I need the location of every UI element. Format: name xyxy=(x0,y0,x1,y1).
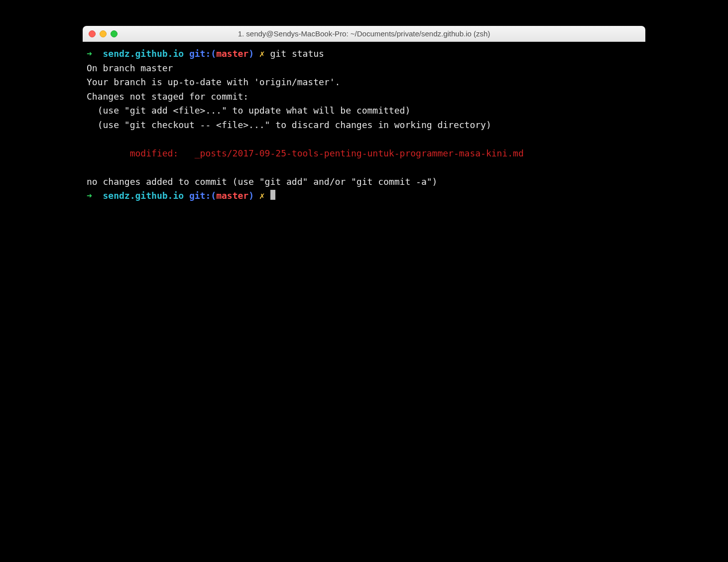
output-modified-file: modified: _posts/2017-09-25-tools-pentin… xyxy=(87,148,524,158)
output-changes-header: Changes not staged for commit: xyxy=(87,91,248,102)
prompt-rparen: ) xyxy=(248,48,254,59)
terminal-window: 1. sendy@Sendys-MacBook-Pro: ~/Documents… xyxy=(83,26,645,470)
output-branch-line: On branch master xyxy=(87,63,173,73)
output-uptodate-line: Your branch is up-to-date with 'origin/m… xyxy=(87,77,340,87)
prompt-branch: master xyxy=(216,190,248,201)
maximize-icon[interactable] xyxy=(111,30,118,37)
prompt-git-label: git: xyxy=(189,190,211,201)
output-hint-checkout: (use "git checkout -- <file>..." to disc… xyxy=(87,120,491,130)
minimize-icon[interactable] xyxy=(100,30,107,37)
prompt-lparen: ( xyxy=(211,48,216,59)
close-icon[interactable] xyxy=(89,30,96,37)
prompt-line-1: ➜ sendz.github.io git:(master) ✗ git sta… xyxy=(87,48,324,59)
prompt-lparen: ( xyxy=(211,190,216,201)
prompt-cwd: sendz.github.io xyxy=(103,48,184,59)
output-no-changes: no changes added to commit (use "git add… xyxy=(87,176,437,187)
prompt-arrow-icon: ➜ xyxy=(87,190,103,201)
prompt-arrow-icon: ➜ xyxy=(87,48,103,59)
prompt-branch: master xyxy=(216,48,248,59)
terminal-body[interactable]: ➜ sendz.github.io git:(master) ✗ git sta… xyxy=(83,42,645,470)
command-text: git status xyxy=(270,48,324,59)
prompt-cwd: sendz.github.io xyxy=(103,190,184,201)
prompt-git-label: git: xyxy=(189,48,211,59)
window-title: 1. sendy@Sendys-MacBook-Pro: ~/Documents… xyxy=(83,29,645,38)
dirty-icon: ✗ xyxy=(259,190,265,201)
prompt-line-2: ➜ sendz.github.io git:(master) ✗ xyxy=(87,190,275,201)
cursor[interactable] xyxy=(270,190,275,200)
dirty-icon: ✗ xyxy=(259,48,265,59)
prompt-rparen: ) xyxy=(248,190,254,201)
titlebar[interactable]: 1. sendy@Sendys-MacBook-Pro: ~/Documents… xyxy=(83,26,645,42)
output-hint-add: (use "git add <file>..." to update what … xyxy=(87,105,410,116)
traffic-lights xyxy=(89,30,118,37)
